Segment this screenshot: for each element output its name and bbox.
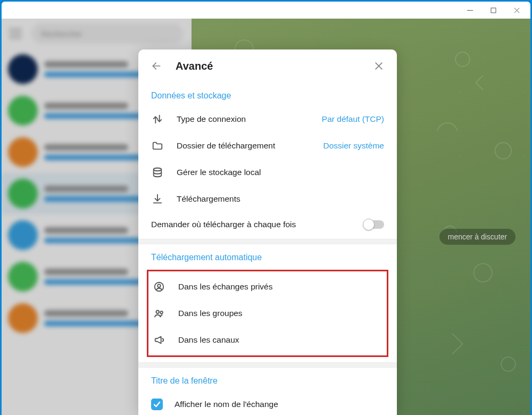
modal-header: Avancé (138, 49, 397, 82)
svg-point-18 (160, 311, 163, 314)
window-close-button[interactable] (505, 3, 528, 18)
row-label: Afficher le nom de l'échange (174, 400, 384, 409)
window-maximize-button[interactable] (481, 3, 505, 18)
updown-arrows-icon (151, 113, 164, 126)
highlight-rectangle: Dans les échanges privés Dans les groupe… (147, 270, 388, 357)
close-icon (373, 61, 384, 71)
user-circle-icon (153, 280, 165, 293)
svg-rect-1 (491, 8, 496, 13)
app-window: Rechercher mencer à discuter (2, 2, 530, 415)
close-button[interactable] (372, 60, 385, 72)
megaphone-icon (153, 334, 165, 346)
folder-icon (151, 139, 164, 152)
settings-modal: Avancé Données et stockage Type de conne… (138, 49, 397, 415)
section-title: Données et stockage (138, 87, 397, 106)
svg-point-17 (156, 311, 160, 314)
toggle-switch[interactable] (364, 220, 384, 229)
row-download-folder[interactable]: Dossier de téléchargement Dossier systèm… (138, 132, 397, 159)
row-label: Dans les canaux (178, 335, 383, 345)
window-minimize-button[interactable] (458, 3, 481, 18)
modal-body: Données et stockage Type de connexion Pa… (138, 82, 397, 415)
section-data-storage: Données et stockage Type de connexion Pa… (138, 82, 397, 239)
section-divider (138, 362, 397, 368)
database-icon (151, 166, 164, 179)
users-icon (153, 307, 165, 320)
row-groups[interactable]: Dans les groupes (148, 300, 387, 327)
row-downloads[interactable]: Téléchargements (138, 186, 397, 212)
row-label: Dans les échanges privés (178, 282, 383, 292)
row-label: Dossier de téléchargement (177, 141, 310, 151)
row-connection-type[interactable]: Type de connexion Par défaut (TCP) (138, 106, 397, 132)
row-label: Dans les groupes (178, 309, 383, 318)
svg-point-16 (157, 284, 161, 287)
row-label: Gérer le stockage local (177, 168, 384, 177)
checkbox-checked[interactable] (151, 399, 163, 410)
download-icon (151, 193, 164, 205)
arrow-left-icon (151, 61, 162, 71)
row-value: Par défaut (TCP) (322, 114, 384, 124)
section-auto-download: Téléchargement automatique Dans les écha… (138, 244, 397, 362)
row-show-chat-name[interactable]: Afficher le nom de l'échange (138, 391, 397, 415)
row-ask-download-location[interactable]: Demander où télécharger à chaque fois (138, 212, 397, 237)
row-label: Demander où télécharger à chaque fois (151, 220, 354, 229)
row-manage-storage[interactable]: Gérer le stockage local (138, 159, 397, 186)
back-button[interactable] (150, 60, 163, 72)
section-title: Titre de la fenêtre (138, 372, 397, 391)
section-window-title: Titre de la fenêtre Afficher le nom de l… (138, 368, 397, 415)
svg-point-12 (154, 168, 162, 171)
modal-title: Avancé (176, 60, 360, 72)
row-value: Dossier système (323, 141, 384, 151)
section-divider (138, 239, 397, 244)
row-label: Téléchargements (177, 194, 384, 204)
app-body: Rechercher mencer à discuter (2, 19, 530, 415)
check-icon (153, 401, 161, 408)
row-label: Type de connexion (177, 114, 309, 124)
row-private-chats[interactable]: Dans les échanges privés (148, 273, 387, 300)
section-title: Téléchargement automatique (138, 248, 397, 268)
titlebar (2, 2, 530, 19)
row-channels[interactable]: Dans les canaux (148, 327, 387, 353)
